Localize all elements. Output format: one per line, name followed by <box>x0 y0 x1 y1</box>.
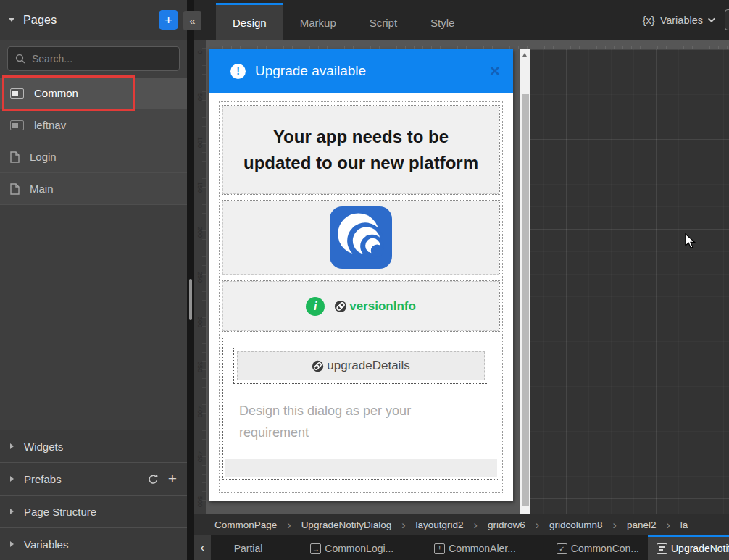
collapse-tabs-button[interactable]: ‹ <box>194 535 211 560</box>
open-files-tabbar: ‹ Partial → CommonLogi... ! CommonAler..… <box>194 535 729 560</box>
close-icon[interactable]: × <box>490 63 500 79</box>
login-dialog-icon: → <box>310 543 321 554</box>
app-logo-icon <box>330 206 392 269</box>
scroll-up-arrow-icon[interactable] <box>522 53 527 57</box>
canvas-vertical-scrollbar[interactable] <box>520 49 530 514</box>
variables-dropdown[interactable]: {x} Variables <box>643 0 713 40</box>
upgrade-details-panel[interactable]: upgradeDetails Design this dialog as per… <box>222 338 499 480</box>
ruler-label: 0 <box>196 47 204 57</box>
sidebar-scrollbar-thumb[interactable] <box>189 279 192 320</box>
breadcrumb-item[interactable]: gridrow6 <box>488 519 525 530</box>
breadcrumb-separator: › <box>287 520 291 530</box>
mouse-cursor <box>685 233 699 249</box>
ruler-label: 500 <box>196 496 204 506</box>
variables-label: Variables <box>660 14 703 26</box>
add-page-button[interactable]: + <box>159 10 178 30</box>
section-label: Prefabs <box>24 473 62 485</box>
panel-resize-gutter[interactable] <box>187 0 194 560</box>
breadcrumb-item[interactable]: la <box>680 519 688 530</box>
alert-dialog-icon: ! <box>434 543 445 554</box>
sidebar-item-leftnav[interactable]: leftnav <box>0 109 187 141</box>
partial-page-icon <box>10 120 24 130</box>
ruler-label: 150 <box>196 182 204 192</box>
dialog-header[interactable]: ! Upgrade available × <box>209 49 513 93</box>
canvas-scrollbar-thumb[interactable] <box>522 94 529 506</box>
breadcrumb-item[interactable]: panel2 <box>627 519 657 530</box>
dialog-content-container[interactable]: Your app needs to be updated to our new … <box>219 101 503 493</box>
tab-label: CommonLogi... <box>325 543 393 554</box>
sidebar-item-main[interactable]: Main <box>0 173 187 205</box>
section-label: Page Structure <box>24 506 96 518</box>
breadcrumb-item[interactable]: gridcolumn8 <box>549 519 603 530</box>
dialog-design-surface[interactable]: ! Upgrade available × Your app needs to … <box>209 49 513 501</box>
tab-style[interactable]: Style <box>414 3 471 40</box>
tab-partial[interactable]: Partial <box>225 535 272 560</box>
ruler-label: 300 <box>196 317 204 327</box>
tab-design[interactable]: Design <box>216 3 283 40</box>
variables-icon: {x} <box>643 14 655 26</box>
editor-mode-tabbar: Design Markup Script Style {x} Variables <box>194 0 729 40</box>
version-info-widget[interactable]: i versionInfo <box>222 281 499 331</box>
panel-placeholder-text: Design this dialog as per your requireme… <box>223 390 499 459</box>
tab-label: Partial <box>234 543 263 554</box>
partial-page-icon <box>10 88 24 99</box>
sidebar-section-prefabs[interactable]: Prefabs + <box>0 462 187 495</box>
ruler-label: 50 <box>196 92 204 102</box>
search-area <box>0 40 187 78</box>
collapse-panel-button[interactable]: « <box>183 11 201 30</box>
confirm-dialog-icon: ✓ <box>557 543 567 554</box>
page-icon <box>10 183 20 195</box>
refresh-icon[interactable] <box>147 473 159 485</box>
ruler-label: 400 <box>196 406 204 417</box>
caret-right-icon <box>10 443 14 449</box>
breadcrumb-separator: › <box>536 520 539 530</box>
tab-script[interactable]: Script <box>353 3 414 40</box>
breadcrumb-separator: › <box>666 520 670 530</box>
sidebar-sections: Widgets Prefabs + Page Structure Variabl… <box>0 430 187 560</box>
tab-common-login-dialog[interactable]: → CommonLogi... <box>301 535 402 560</box>
sidebar-section-variables[interactable]: Variables <box>0 527 187 560</box>
offscreen-button-edge[interactable] <box>725 9 729 30</box>
panel-button-row: upgradeDetails <box>233 348 488 384</box>
page-item-label: Common <box>34 87 78 99</box>
chevron-down-icon <box>708 15 715 22</box>
breadcrumb-separator: › <box>401 520 405 530</box>
tab-label: CommonAler... <box>449 543 516 554</box>
sidebar-section-page-structure[interactable]: Page Structure <box>0 495 187 527</box>
sidebar-section-widgets[interactable]: Widgets <box>0 430 187 462</box>
upgrade-details-label: upgradeDetails <box>327 359 409 373</box>
ruler-label: 350 <box>196 362 204 372</box>
tab-upgrade-notify-dialog[interactable]: UpgradeNotif... <box>648 535 729 560</box>
breadcrumb-separator: › <box>613 520 617 530</box>
breadcrumb-item[interactable]: CommonPage <box>214 519 277 530</box>
picture-widget[interactable] <box>222 201 499 275</box>
page-item-label: Main <box>30 183 54 195</box>
notify-dialog-icon <box>657 543 667 554</box>
upgrade-details-button[interactable]: upgradeDetails <box>237 351 485 380</box>
workspace-grid-background <box>530 49 729 514</box>
breadcrumb-separator: › <box>474 520 478 530</box>
tab-label: CommonCon... <box>571 543 639 554</box>
breadcrumb: CommonPage › UpgradeNotifyDialog › layou… <box>194 514 729 535</box>
caret-right-icon <box>10 476 14 482</box>
caret-right-icon <box>10 541 14 547</box>
dialog-title: Upgrade available <box>255 63 490 79</box>
page-list: Common leftnav Login Main <box>0 78 187 205</box>
panel-footer <box>225 459 497 477</box>
breadcrumb-item[interactable]: UpgradeNotifyDialog <box>301 519 392 530</box>
search-input[interactable] <box>32 53 162 64</box>
version-info-label: versionInfo <box>349 299 416 314</box>
panel-title: Pages <box>23 14 57 27</box>
tab-common-alert-dialog[interactable]: ! CommonAler... <box>425 535 525 560</box>
breadcrumb-item[interactable]: layoutgrid2 <box>416 519 464 530</box>
horizontal-ruler <box>206 40 729 49</box>
pages-panel: Pages + Common leftnav Login <box>0 0 187 560</box>
heading-widget[interactable]: Your app needs to be updated to our new … <box>222 106 499 194</box>
search-box[interactable] <box>7 46 180 71</box>
add-prefab-button[interactable]: + <box>168 472 177 486</box>
tab-common-confirm-dialog[interactable]: ✓ CommonCon... <box>548 535 648 560</box>
sidebar-item-common[interactable]: Common <box>0 78 187 109</box>
tab-markup[interactable]: Markup <box>283 3 353 40</box>
sidebar-item-login[interactable]: Login <box>0 141 187 173</box>
caret-down-icon[interactable] <box>9 18 14 22</box>
